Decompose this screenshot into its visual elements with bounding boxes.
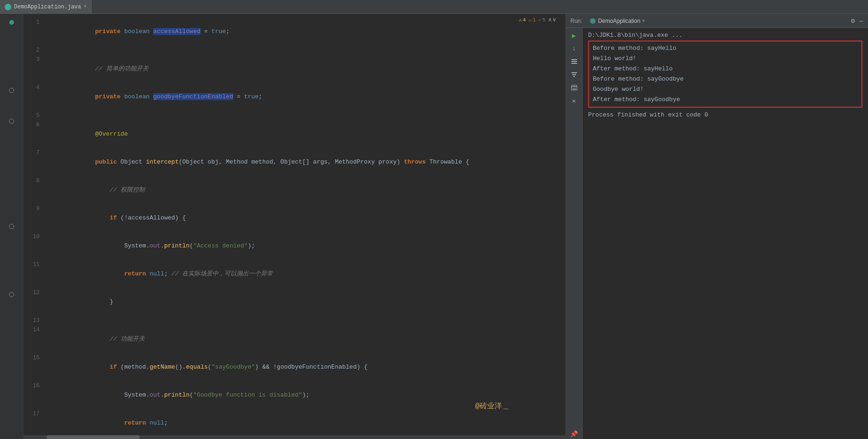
print-button[interactable] [569,82,579,93]
gutter-icon-1 [7,18,16,27]
run-sidebar: ▶ ↓ ✕ 📌 [566,28,583,439]
svg-rect-15 [572,89,576,90]
scrollbar-thumb[interactable] [47,435,140,439]
code-line-4: 4 private boolean goodbyeFunctionEnabled… [23,83,565,111]
warning-badge: ⚠ 4 [519,17,526,23]
code-line-2: 2 [23,46,565,55]
code-line-12: 12 } [23,288,565,316]
view-button[interactable] [569,56,579,67]
run-settings-icon[interactable]: ⚙ [851,17,854,25]
code-line-14: 14 // 功能开关 [23,325,565,353]
svg-point-2 [9,119,14,123]
console-output-box: Before method: sayHello Hello world! Aft… [588,41,862,108]
console-line-1: Before method: sayHello [593,43,858,54]
console-line-2: Hello world! [593,54,858,64]
editor-area: ⚠ 4 ⚠ 1 ✓ 5 ∧ ∨ 1 private boolean [23,14,565,439]
breakpoint-1[interactable] [7,86,16,95]
ok-badge: ✓ 5 [538,17,545,23]
console-exit-message: Process finished with exit code 0 [588,111,862,118]
code-line-5: 5 [23,111,565,120]
svg-rect-13 [571,87,577,90]
console-line-3: After method: sayHello [593,64,858,74]
run-tab[interactable]: DemoApplication × [587,18,648,24]
filter-button[interactable] [569,69,579,80]
breakpoint-4[interactable] [7,290,16,299]
console-line-6: After method: sayGoodbye [593,95,858,105]
run-header: Run: DemoApplication × ⚙ — [566,14,868,28]
code-line-9: 9 if (!accessAllowed) { [23,204,565,232]
code-line-6: 6 @Override [23,120,565,148]
pin-button[interactable]: 📌 [569,429,579,439]
ok-count: 5 [542,17,546,23]
svg-point-5 [590,18,596,24]
title-bar: DemoApplication.java × [0,0,868,14]
run-content: ▶ ↓ ✕ 📌 D:\JDK1.8\bin\java.exe ... [566,28,868,439]
watermark: @砖业洋＿ [475,401,509,411]
breakpoint-3[interactable] [7,222,16,231]
editor-tab[interactable]: DemoApplication.java × [0,0,92,14]
code-line-8: 8 // 权限控制 [23,176,565,204]
code-line-15: 15 if (method.getName().equals("sayGoodb… [23,353,565,381]
error-icon: ⚠ [529,17,532,23]
code-line-10: 10 System.out.println("Access denied"); [23,232,565,260]
run-tab-label: DemoApplication [598,18,640,24]
tab-label: DemoApplication.java [14,4,81,10]
svg-rect-6 [571,59,577,60]
code-line-17: 17 return null; [23,409,565,435]
console-output[interactable]: D:\JDK1.8\bin\java.exe ... Before method… [583,28,868,439]
code-line-7: 7 public Object intercept(Object obj, Me… [23,148,565,176]
run-tab-close-icon[interactable]: × [642,18,645,23]
toolbar-arrows: ∧ ∨ [549,16,556,23]
left-gutter [0,14,23,439]
svg-rect-11 [573,76,575,77]
svg-rect-9 [571,72,577,73]
run-minimize-icon[interactable]: — [860,17,863,25]
delete-button[interactable]: ✕ [569,96,579,106]
svg-rect-10 [572,74,576,75]
scroll-down-button[interactable]: ↓ [569,43,579,54]
breakpoint-2[interactable] [7,117,16,126]
editor-toolbar: ⚠ 4 ⚠ 1 ✓ 5 ∧ ∨ [519,16,556,23]
code-line-1: 1 private boolean accessAllowed = true; [23,18,565,46]
code-content[interactable]: 1 private boolean accessAllowed = true; … [23,14,565,435]
svg-point-1 [9,88,14,93]
editor-scrollbar-horizontal[interactable] [23,435,565,439]
warning-icon: ⚠ [519,17,522,23]
java-run-icon [590,18,596,24]
down-arrow-button[interactable]: ∨ [553,16,556,23]
svg-rect-7 [571,61,577,62]
svg-point-4 [9,292,14,297]
up-arrow-button[interactable]: ∧ [549,16,552,23]
tab-close-icon[interactable]: × [84,4,87,9]
console-line-5: Goodbye world! [593,84,858,95]
java-icon [5,4,11,10]
code-line-11: 11 return null; // 在实际场景中，可以抛出一个异常 [23,260,565,288]
console-path: D:\JDK1.8\bin\java.exe ... [588,32,862,39]
console-line-4: Before method: sayGoodbye [593,74,858,84]
right-panel: Run: DemoApplication × ⚙ — ▶ ↓ [565,14,868,439]
error-count: 1 [533,17,536,23]
play-button[interactable]: ▶ [569,30,579,41]
svg-point-3 [9,224,14,229]
code-line-3: 3 // 简单的功能开关 [23,55,565,83]
svg-rect-8 [571,63,577,64]
warning-count: 4 [522,17,526,23]
ok-icon: ✓ [538,17,542,23]
svg-point-0 [9,20,14,25]
code-line-13: 13 [23,316,565,325]
svg-rect-14 [572,89,576,89]
error-badge: ⚠ 1 [529,17,536,23]
main-content: ⚠ 4 ⚠ 1 ✓ 5 ∧ ∨ 1 private boolean [0,14,868,439]
run-label: Run: [570,18,582,24]
